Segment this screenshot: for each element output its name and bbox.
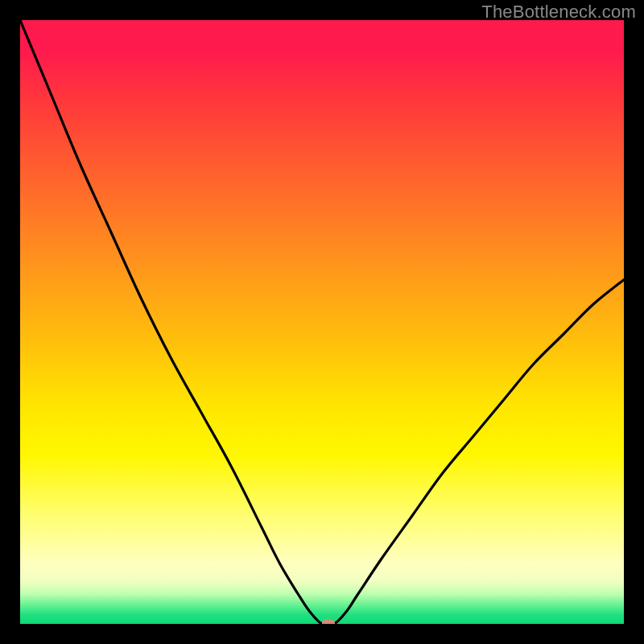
optimum-marker	[322, 619, 335, 624]
bottleneck-curve-line	[20, 20, 624, 624]
plot-area	[20, 20, 624, 624]
curve-layer	[20, 20, 624, 624]
bottleneck-chart: TheBottleneck.com	[0, 0, 644, 644]
